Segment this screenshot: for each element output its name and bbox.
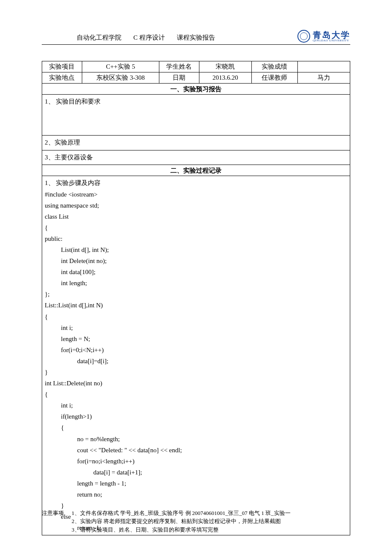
cell-value [298,61,350,72]
code-line: cout << "Deleted: " << data[no] << endl; [45,445,347,456]
section-2-heading: 1、 实验步骤及内容 [45,178,347,189]
cell-label: 实验成绩 [251,61,297,72]
code-line: for(i=0;i<N;i++) [45,344,347,356]
logo-en: QINGDAO UNIVERSITY [313,39,350,42]
section-2-title: 二、实验过程记录 [42,165,350,176]
code-line: List::List(int d[],int N) [45,300,347,311]
page-header: 自动化工程学院 C 程序设计 课程实验报告 青岛大学 QINGDAO UNIVE… [42,30,350,45]
section-2-content: 1、 实验步骤及内容 #include <iostream>using name… [42,176,350,535]
code-line: public: [45,233,347,244]
header-title: 课程实验报告 [177,34,215,42]
cell-label: 任课教师 [251,72,297,84]
cell-label: 日期 [159,72,199,84]
info-table: 实验项目 C++实验 5 学生姓名 宋晓凯 实验成绩 实验地点 东校区实验 3-… [42,61,350,84]
footer-notes: 注意事项 1、文件名保存格式 学号_姓名_班级_实验序号 例 200740601… [42,509,350,534]
code-line: no = no%length; [45,434,347,445]
cell-label: 实验项目 [42,61,82,72]
table-row: 实验地点 东校区实验 3-308 日期 2013.6.20 任课教师 马力 [42,72,350,84]
code-line: data[i]=d[i]; [45,356,347,367]
cell-value: 宋晓凯 [199,61,251,72]
section-1-title: 一、实验预习报告 [42,84,350,95]
code-line: class List [45,211,347,222]
code-line: { [45,222,347,233]
code-line: int List::Delete(int no) [45,378,347,389]
logo-cn: 青岛大学 [313,31,350,39]
university-logo: 青岛大学 QINGDAO UNIVERSITY [297,30,350,43]
cell-value: 马力 [298,72,350,84]
footer-label: 注意事项 [42,509,72,517]
table-row: 实验项目 C++实验 5 学生姓名 宋晓凯 实验成绩 [42,61,350,72]
cell-value: 2013.6.20 [199,72,251,84]
code-line: using namespace std; [45,200,347,211]
footer-line: 1、文件名保存格式 学号_姓名_班级_实验序号 例 200740601001_张… [72,509,291,517]
header-course: C 程序设计 [133,34,165,42]
code-line: List(int d[], int N); [45,244,347,255]
footer-line: 2、实验内容 将老师指定要提交的程序复制、粘贴到实验过程记录中，并附上结果截图 [72,517,281,526]
code-line: int Delete(int no); [45,255,347,266]
code-line: { [45,389,347,400]
cell-value: 东校区实验 3-308 [82,72,159,84]
logo-icon [297,30,310,43]
cell-label: 实验地点 [42,72,82,84]
code-line: }; [45,289,347,300]
code-line: length = N; [45,333,347,344]
code-line: int i; [45,322,347,333]
code-line: int data[100]; [45,266,347,278]
code-line: int length; [45,278,347,289]
section-1-item-2: 2、实验原理 [42,136,350,150]
header-dept: 自动化工程学院 [77,34,121,42]
code-block: #include <iostream>using namespace std;c… [45,189,347,534]
section-1-item-3: 3、主要仪器设备 [42,150,350,165]
code-line: return no; [45,489,347,500]
code-line: #include <iostream> [45,189,347,200]
footer-line: 3、请将实验项目、姓名、日期、实验目的和要求等填写完整 [72,526,219,534]
code-line: for(i=no;i<length;i++) [45,456,347,467]
code-line: data[i] = data[i+1]; [45,467,347,478]
code-line: { [45,422,347,433]
code-line: { [45,311,347,322]
cell-value: C++实验 5 [82,61,159,72]
section-1-item-1: 1、 实验目的和要求 [42,95,350,136]
code-line: if(length>1) [45,411,347,422]
code-line: int i; [45,400,347,411]
cell-label: 学生姓名 [159,61,199,72]
code-line: length = length - 1; [45,478,347,489]
code-line: } [45,367,347,378]
